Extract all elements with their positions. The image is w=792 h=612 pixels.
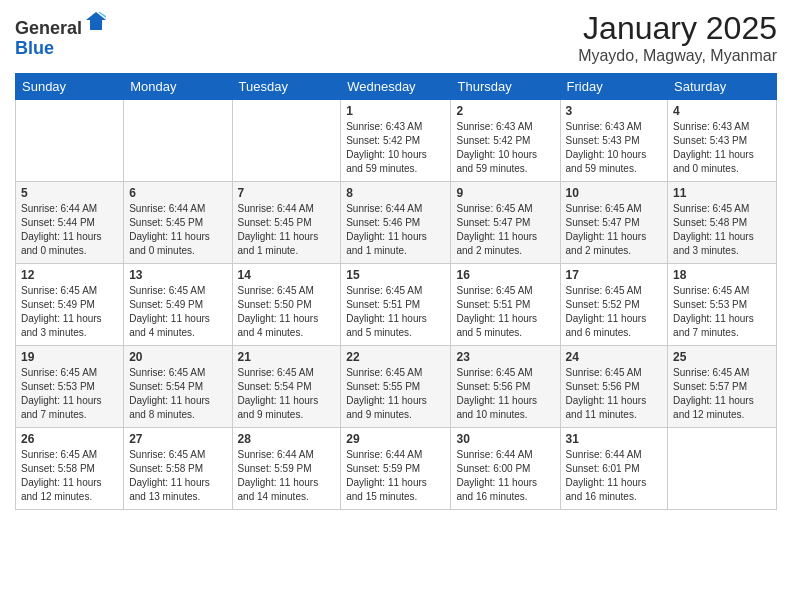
title-block: January 2025 Myaydo, Magway, Myanmar [578, 10, 777, 65]
col-monday: Monday [124, 74, 232, 100]
calendar-week-2: 12Sunrise: 6:45 AM Sunset: 5:49 PM Dayli… [16, 264, 777, 346]
cell-info: Sunrise: 6:45 AM Sunset: 5:57 PM Dayligh… [673, 366, 771, 422]
cell-date-number: 28 [238, 432, 336, 446]
cell-info: Sunrise: 6:45 AM Sunset: 5:47 PM Dayligh… [456, 202, 554, 258]
calendar-subtitle: Myaydo, Magway, Myanmar [578, 47, 777, 65]
table-row: 1Sunrise: 6:43 AM Sunset: 5:42 PM Daylig… [341, 100, 451, 182]
calendar-week-3: 19Sunrise: 6:45 AM Sunset: 5:53 PM Dayli… [16, 346, 777, 428]
cell-date-number: 6 [129, 186, 226, 200]
col-wednesday: Wednesday [341, 74, 451, 100]
cell-date-number: 16 [456, 268, 554, 282]
cell-info: Sunrise: 6:45 AM Sunset: 5:52 PM Dayligh… [566, 284, 663, 340]
table-row: 25Sunrise: 6:45 AM Sunset: 5:57 PM Dayli… [668, 346, 777, 428]
calendar-header-row: Sunday Monday Tuesday Wednesday Thursday… [16, 74, 777, 100]
table-row: 5Sunrise: 6:44 AM Sunset: 5:44 PM Daylig… [16, 182, 124, 264]
cell-date-number: 27 [129, 432, 226, 446]
table-row: 19Sunrise: 6:45 AM Sunset: 5:53 PM Dayli… [16, 346, 124, 428]
col-tuesday: Tuesday [232, 74, 341, 100]
logo-icon [84, 10, 108, 34]
logo-text: General [15, 10, 108, 39]
table-row: 4Sunrise: 6:43 AM Sunset: 5:43 PM Daylig… [668, 100, 777, 182]
calendar-week-4: 26Sunrise: 6:45 AM Sunset: 5:58 PM Dayli… [16, 428, 777, 510]
cell-date-number: 31 [566, 432, 663, 446]
cell-info: Sunrise: 6:45 AM Sunset: 5:53 PM Dayligh… [21, 366, 118, 422]
table-row: 18Sunrise: 6:45 AM Sunset: 5:53 PM Dayli… [668, 264, 777, 346]
cell-info: Sunrise: 6:43 AM Sunset: 5:42 PM Dayligh… [346, 120, 445, 176]
logo-blue-text: Blue [15, 39, 108, 59]
table-row: 14Sunrise: 6:45 AM Sunset: 5:50 PM Dayli… [232, 264, 341, 346]
table-row [16, 100, 124, 182]
col-friday: Friday [560, 74, 668, 100]
table-row: 27Sunrise: 6:45 AM Sunset: 5:58 PM Dayli… [124, 428, 232, 510]
logo-blue: Blue [15, 38, 54, 58]
cell-date-number: 2 [456, 104, 554, 118]
cell-date-number: 21 [238, 350, 336, 364]
table-row: 11Sunrise: 6:45 AM Sunset: 5:48 PM Dayli… [668, 182, 777, 264]
cell-info: Sunrise: 6:45 AM Sunset: 5:47 PM Dayligh… [566, 202, 663, 258]
col-thursday: Thursday [451, 74, 560, 100]
logo-general: General [15, 18, 82, 38]
cell-date-number: 5 [21, 186, 118, 200]
cell-date-number: 29 [346, 432, 445, 446]
cell-date-number: 22 [346, 350, 445, 364]
cell-date-number: 4 [673, 104, 771, 118]
cell-info: Sunrise: 6:45 AM Sunset: 5:56 PM Dayligh… [456, 366, 554, 422]
cell-info: Sunrise: 6:44 AM Sunset: 5:44 PM Dayligh… [21, 202, 118, 258]
table-row: 16Sunrise: 6:45 AM Sunset: 5:51 PM Dayli… [451, 264, 560, 346]
cell-info: Sunrise: 6:45 AM Sunset: 5:53 PM Dayligh… [673, 284, 771, 340]
cell-info: Sunrise: 6:45 AM Sunset: 5:49 PM Dayligh… [21, 284, 118, 340]
table-row: 22Sunrise: 6:45 AM Sunset: 5:55 PM Dayli… [341, 346, 451, 428]
calendar-table: Sunday Monday Tuesday Wednesday Thursday… [15, 73, 777, 510]
cell-info: Sunrise: 6:44 AM Sunset: 5:45 PM Dayligh… [129, 202, 226, 258]
cell-date-number: 18 [673, 268, 771, 282]
table-row [124, 100, 232, 182]
table-row: 20Sunrise: 6:45 AM Sunset: 5:54 PM Dayli… [124, 346, 232, 428]
table-row: 17Sunrise: 6:45 AM Sunset: 5:52 PM Dayli… [560, 264, 668, 346]
cell-info: Sunrise: 6:45 AM Sunset: 5:54 PM Dayligh… [129, 366, 226, 422]
cell-date-number: 14 [238, 268, 336, 282]
cell-info: Sunrise: 6:44 AM Sunset: 6:01 PM Dayligh… [566, 448, 663, 504]
cell-date-number: 8 [346, 186, 445, 200]
cell-info: Sunrise: 6:43 AM Sunset: 5:43 PM Dayligh… [673, 120, 771, 176]
table-row: 21Sunrise: 6:45 AM Sunset: 5:54 PM Dayli… [232, 346, 341, 428]
cell-info: Sunrise: 6:43 AM Sunset: 5:42 PM Dayligh… [456, 120, 554, 176]
cell-date-number: 24 [566, 350, 663, 364]
table-row: 9Sunrise: 6:45 AM Sunset: 5:47 PM Daylig… [451, 182, 560, 264]
table-row [668, 428, 777, 510]
table-row: 26Sunrise: 6:45 AM Sunset: 5:58 PM Dayli… [16, 428, 124, 510]
table-row: 24Sunrise: 6:45 AM Sunset: 5:56 PM Dayli… [560, 346, 668, 428]
table-row: 29Sunrise: 6:44 AM Sunset: 5:59 PM Dayli… [341, 428, 451, 510]
cell-date-number: 23 [456, 350, 554, 364]
cell-info: Sunrise: 6:44 AM Sunset: 5:59 PM Dayligh… [346, 448, 445, 504]
cell-date-number: 19 [21, 350, 118, 364]
table-row: 2Sunrise: 6:43 AM Sunset: 5:42 PM Daylig… [451, 100, 560, 182]
cell-info: Sunrise: 6:45 AM Sunset: 5:50 PM Dayligh… [238, 284, 336, 340]
cell-info: Sunrise: 6:44 AM Sunset: 5:46 PM Dayligh… [346, 202, 445, 258]
cell-date-number: 25 [673, 350, 771, 364]
cell-info: Sunrise: 6:45 AM Sunset: 5:56 PM Dayligh… [566, 366, 663, 422]
cell-info: Sunrise: 6:44 AM Sunset: 5:59 PM Dayligh… [238, 448, 336, 504]
cell-date-number: 12 [21, 268, 118, 282]
cell-date-number: 9 [456, 186, 554, 200]
cell-date-number: 26 [21, 432, 118, 446]
cell-date-number: 1 [346, 104, 445, 118]
header: General Blue January 2025 Myaydo, Magway… [15, 10, 777, 65]
cell-info: Sunrise: 6:45 AM Sunset: 5:54 PM Dayligh… [238, 366, 336, 422]
cell-date-number: 7 [238, 186, 336, 200]
cell-date-number: 17 [566, 268, 663, 282]
table-row: 28Sunrise: 6:44 AM Sunset: 5:59 PM Dayli… [232, 428, 341, 510]
cell-info: Sunrise: 6:45 AM Sunset: 5:58 PM Dayligh… [21, 448, 118, 504]
calendar-week-0: 1Sunrise: 6:43 AM Sunset: 5:42 PM Daylig… [16, 100, 777, 182]
table-row: 12Sunrise: 6:45 AM Sunset: 5:49 PM Dayli… [16, 264, 124, 346]
col-saturday: Saturday [668, 74, 777, 100]
table-row: 31Sunrise: 6:44 AM Sunset: 6:01 PM Dayli… [560, 428, 668, 510]
calendar-title: January 2025 [578, 10, 777, 47]
cell-date-number: 13 [129, 268, 226, 282]
cell-info: Sunrise: 6:45 AM Sunset: 5:48 PM Dayligh… [673, 202, 771, 258]
col-sunday: Sunday [16, 74, 124, 100]
cell-info: Sunrise: 6:45 AM Sunset: 5:49 PM Dayligh… [129, 284, 226, 340]
table-row: 23Sunrise: 6:45 AM Sunset: 5:56 PM Dayli… [451, 346, 560, 428]
table-row: 6Sunrise: 6:44 AM Sunset: 5:45 PM Daylig… [124, 182, 232, 264]
cell-info: Sunrise: 6:45 AM Sunset: 5:55 PM Dayligh… [346, 366, 445, 422]
cell-date-number: 3 [566, 104, 663, 118]
